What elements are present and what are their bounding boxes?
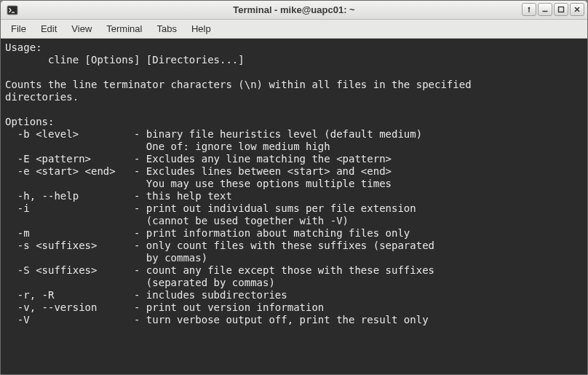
window-title: Terminal - mike@uapc01: ~ (1, 4, 587, 15)
minimize-button[interactable] (538, 3, 552, 16)
menu-terminal[interactable]: Terminal (99, 21, 149, 36)
always-on-top-button[interactable] (522, 3, 536, 16)
terminal-window: Terminal - mike@uapc01: ~ File Edit View… (0, 0, 588, 375)
svg-rect-0 (7, 6, 17, 15)
titlebar[interactable]: Terminal - mike@uapc01: ~ (1, 1, 587, 20)
maximize-button[interactable] (554, 3, 568, 16)
menubar: File Edit View Terminal Tabs Help (1, 20, 587, 39)
menu-view[interactable]: View (64, 21, 99, 36)
menu-file[interactable]: File (4, 21, 33, 36)
close-button[interactable] (570, 3, 584, 16)
menu-edit[interactable]: Edit (33, 21, 64, 36)
menu-help[interactable]: Help (184, 21, 218, 36)
terminal-output[interactable]: Usage: cline [Options] [Directories...] … (1, 39, 587, 374)
svg-rect-5 (559, 7, 564, 12)
terminal-app-icon (7, 4, 18, 16)
menu-tabs[interactable]: Tabs (149, 21, 183, 36)
window-controls (522, 3, 584, 16)
